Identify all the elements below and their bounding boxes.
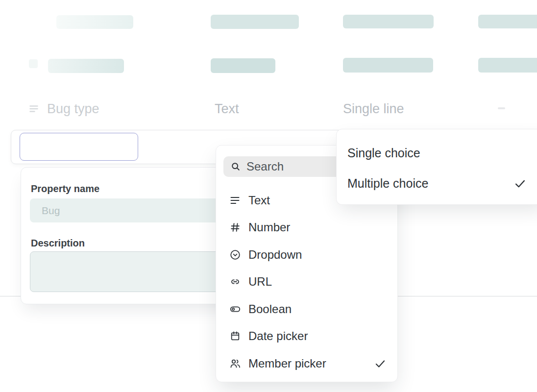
property-type-list: Text Number Dropdown [216,187,397,377]
placeholder-bar [211,15,299,29]
placeholder-bar [343,15,434,28]
column-header-label: Single line [343,101,404,116]
placeholder-bar [48,59,124,73]
menu-item-multiple-choice[interactable]: Multiple choice [337,168,537,198]
users-icon [229,358,241,369]
column-header-label: Bug type [47,101,99,116]
link-icon [229,276,241,288]
calendar-icon [229,330,241,342]
menu-item-label: Boolean [248,302,387,316]
screen: Bug type Text Single line Property name … [0,0,537,392]
menu-item-label: Date picker [248,329,387,343]
checkmark-icon [374,357,387,370]
column-header-bug-type: Bug type [28,101,99,116]
text-icon [229,195,241,206]
text-type-icon [28,103,40,115]
menu-item-label: Dropdown [248,248,387,262]
menu-item-label: Multiple choice [347,176,428,191]
circle-chevron-down-icon [229,249,241,261]
column-header-single-line: Single line [343,101,404,116]
placeholder-bar [56,15,133,29]
menu-item-url[interactable]: URL [216,269,397,296]
hash-icon [229,221,241,233]
column-header-placeholder-dash [498,107,505,109]
menu-item-date-picker[interactable]: Date picker [216,323,397,350]
property-name-label: Property name [31,183,99,195]
menu-item-dropdown[interactable]: Dropdown [216,241,397,269]
column-header-label: Text [215,101,239,116]
search-icon [230,161,241,172]
column-header-text: Text [215,101,239,116]
menu-item-label: Single choice [347,146,420,160]
placeholder-chip [29,59,38,68]
toggle-icon [229,303,241,315]
menu-item-label: Number [248,220,387,234]
menu-item-single-choice[interactable]: Single choice [337,138,537,168]
menu-item-number[interactable]: Number [216,214,397,242]
focused-cell-input[interactable] [20,133,138,161]
menu-item-label: Member picker [248,357,374,370]
placeholder-bar [478,58,537,73]
placeholder-bar [343,58,433,73]
placeholder-bar [211,58,275,73]
menu-item-member-picker[interactable]: Member picker [216,350,397,377]
menu-item-label: URL [248,275,387,289]
menu-item-boolean[interactable]: Boolean [216,295,397,323]
placeholder-bar [478,15,537,28]
choice-mode-menu: Single choice Multiple choice [336,129,537,205]
checkmark-icon [513,177,527,190]
description-label: Description [31,238,85,249]
